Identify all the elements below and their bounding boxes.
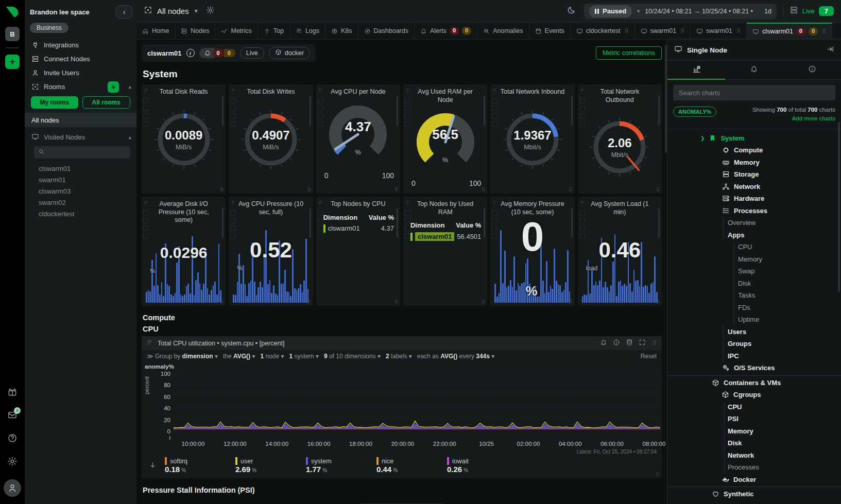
tab-alerts[interactable] [725,61,783,79]
tab-drag-handle[interactable]: ⠿ [736,28,741,34]
tile-avg-system-load-1-min-[interactable]: ⠿Avg System Load (1 min)0.46load [578,197,662,306]
chart-drag-handle[interactable]: ⠿ [653,340,657,346]
chart-menu-memory[interactable]: Memory [667,253,841,266]
tab-nodes[interactable]: Nodes [175,23,215,39]
chart-toolbar[interactable]: ≫ Group by dimension ▾ the AVG() ▾ 1 nod… [142,350,662,362]
paused-button[interactable]: Paused [589,5,632,18]
chart-resize-handle[interactable]: ⠿ [656,472,659,477]
metric-correlations-button[interactable]: Metric correlations [596,46,662,60]
tile-resize-handle[interactable]: ⠿ [220,187,224,193]
chart-menu-synthetic[interactable]: Synthetic [667,488,841,500]
psi-chart-strip[interactable]: Fri, Oct 25, 2024 • 08:32:36 [142,496,662,504]
tab-node-swarm01[interactable]: swarm01⠿ [635,23,691,39]
tab-top[interactable]: Top [258,23,290,39]
paused-caret-icon[interactable]: ▼ [636,9,641,14]
visited-nodes-search[interactable] [34,146,130,159]
tab-drag-handle[interactable]: ⠿ [624,28,628,34]
chart-menu-ipc[interactable]: IPC [667,350,841,362]
toolbar-value[interactable]: AVG() [440,353,457,360]
tab-dashboards[interactable]: Dashboards [358,23,415,39]
tab-drag-handle[interactable]: ⠿ [680,28,684,34]
chart-menu-storage[interactable]: Storage [667,168,841,181]
date-range[interactable]: 10/24/24 • 08:21 → 10/25/24 • 08:21 • [645,8,753,15]
visited-nodes-header[interactable]: Visited Nodes ▲ [25,130,136,144]
table-row[interactable]: clswarm014.37 [323,224,394,233]
tab-drag-handle[interactable]: ⠿ [822,28,826,35]
chart-menu-overview[interactable]: Overview [667,217,841,229]
night-mode-icon[interactable] [567,6,576,16]
tile-avg-used-ram-per-node[interactable]: ⠿Avg Used RAM per Node56.5%0100 [403,84,487,194]
collapse-panel-icon[interactable] [827,45,834,55]
node-live-pill[interactable]: Live [240,47,264,59]
sidebar-item-integrations[interactable]: Integrations [25,38,136,52]
chart-fullscreen-icon[interactable] [639,339,646,347]
chevron-right-icon[interactable]: ❯ [700,135,705,141]
visited-node-item[interactable]: swarm02 [25,197,136,208]
chart-alerts-icon[interactable] [600,339,607,347]
sidebar-item-rooms[interactable]: Rooms+▲ [25,80,136,94]
tab-info[interactable] [783,61,841,79]
tab-node-swarm01[interactable]: swarm01⠿ [691,23,747,39]
chart-menu-cgroups[interactable]: Cgroups [667,389,841,401]
all-rooms-button[interactable]: All rooms [82,96,131,109]
chart-menu-tasks[interactable]: Tasks [667,289,841,302]
tile-resize-handle[interactable]: ⠿ [394,299,398,305]
node-alerts[interactable]: 0 0 [199,48,235,58]
tile-avg-memory-pressure-10-sec-some-[interactable]: ⠿Avg Memory Pressure (10 sec, some)0% [490,197,574,306]
tab-logs[interactable]: Logs [290,23,325,39]
visited-nodes-search-input[interactable] [48,148,126,157]
chart-menu-swap[interactable]: Swap [667,265,841,277]
tile-resize-handle[interactable]: ⠿ [482,299,485,305]
help-icon[interactable] [7,433,18,445]
chart-menu-uptime[interactable]: Uptime [667,314,841,326]
table-row[interactable]: clswarm0156.4501 [410,232,481,241]
chart-menu-network[interactable]: Network [667,181,841,193]
sidebar-item-invite-users[interactable]: Invite Users [25,66,136,80]
chart-menu-fds[interactable]: FDs [667,302,841,314]
chart-menu-disk[interactable]: Disk [667,277,841,290]
chart-menu-network[interactable]: Network [667,449,841,462]
tab-node-cldockertest[interactable]: cldockertest⠿ [571,23,635,39]
live-count-badge[interactable]: 7 [819,6,834,16]
nodes-status-icon[interactable] [789,6,798,16]
legend-item-user[interactable]: user2.69% [235,457,306,474]
chart-menu-o-s-services[interactable]: O/S Services [667,362,841,374]
legend-item-nice[interactable]: nice0.44% [376,457,447,474]
right-sidebar-scrollbar[interactable] [838,122,840,292]
tile-top-nodes-by-cpu[interactable]: ⠿Top Nodes by CPUDimensionValue %clswarm… [316,197,400,306]
legend-item-system[interactable]: system1.77% [306,457,376,474]
tab-metrics[interactable]: Metrics [215,23,258,39]
mail-icon[interactable]: 9 [7,410,18,422]
tile-resize-handle[interactable]: ⠿ [307,187,311,193]
cpu-area-chart[interactable] [174,366,664,439]
chart-menu-apps[interactable]: Apps [667,229,841,241]
toolbar-value[interactable]: AVG() [233,353,250,360]
chart-menu-users[interactable]: Users [667,326,841,338]
tile-top-nodes-by-used-ram[interactable]: ⠿Top Nodes by Used RAMDimensionValue %cl… [403,197,487,306]
tile-total-disk-writes[interactable]: ⠿Total Disk Writes0.4907MiB/s [229,84,313,194]
node-docker-pill[interactable]: docker [269,47,311,59]
visited-node-item[interactable]: clswarm03 [25,185,136,197]
add-room-button[interactable]: + [108,81,119,93]
chart-menu-docker[interactable]: Docker [667,474,841,486]
sort-arrow-icon[interactable] [149,461,157,471]
tile-avg-cpu-pressure-10-sec-full-[interactable]: ⠿Avg CPU Pressure (10 sec, full)0.52% [229,197,313,306]
gift-icon[interactable] [7,387,18,399]
visited-node-item[interactable]: swarm01 [25,174,136,185]
netdata-logo[interactable] [4,4,21,20]
toolbar-value[interactable]: dimension [182,353,213,360]
chart-info-icon[interactable] [613,339,620,347]
toolbar-value[interactable]: 9 [324,353,328,360]
tab-anomalies[interactable]: Anomalies [477,23,529,39]
workspace-name[interactable]: Brandon lee space [30,8,116,16]
add-more-charts-link[interactable]: Add more charts [792,115,835,121]
range-duration[interactable]: 1d [764,8,771,15]
tile-total-network-inbound[interactable]: ⠿Total Network Inbound1.9367Mbit/s [490,84,574,194]
node-name[interactable]: clswarm01 [147,49,182,57]
tile-average-disk-i-o-pressure-10-sec-some-[interactable]: ⠿Average Disk I/O Pressure (10 sec, some… [142,197,226,306]
chart-search-box[interactable] [673,85,835,100]
chart-menu-memory[interactable]: Memory [667,425,841,438]
tile-avg-cpu-per-node[interactable]: ⠿Avg CPU per Node4.37%0100 [316,84,400,194]
tab-home[interactable]: Home [136,23,175,39]
cpu-plot-area[interactable]: anomaly% 100806040200i percent [142,363,658,441]
